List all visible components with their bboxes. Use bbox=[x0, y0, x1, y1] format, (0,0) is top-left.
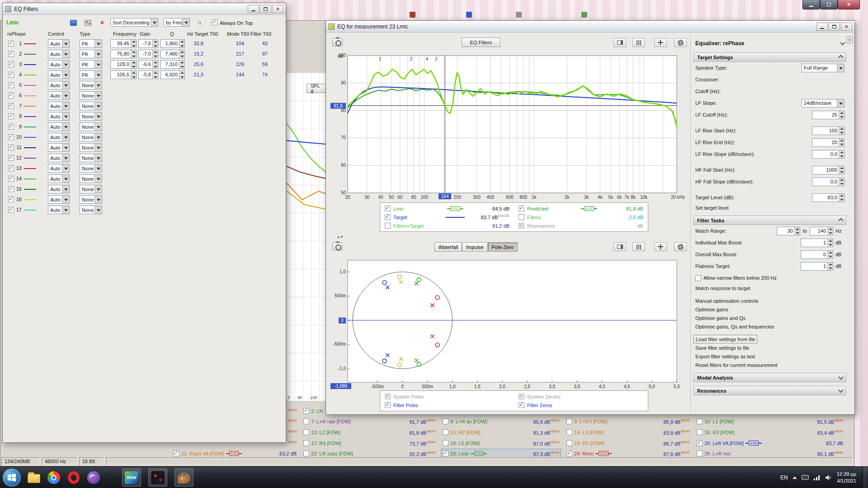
spinner-arrows[interactable] bbox=[152, 61, 158, 68]
keyboard-icon[interactable] bbox=[802, 475, 809, 480]
action-link[interactable]: Load filter settings from file bbox=[693, 335, 757, 343]
tray-expand-icon[interactable] bbox=[793, 476, 797, 479]
spinner-arrows[interactable] bbox=[839, 127, 844, 135]
measurement-checkbox[interactable] bbox=[697, 450, 703, 456]
spinner-arrows[interactable] bbox=[827, 251, 833, 258]
start-button[interactable] bbox=[3, 469, 21, 487]
type-dropdown[interactable]: PK bbox=[80, 60, 102, 69]
type-dropdown[interactable]: PK bbox=[80, 50, 102, 58]
measurement-checkbox[interactable] bbox=[566, 418, 572, 424]
close-button[interactable]: × bbox=[272, 5, 283, 13]
spin-up-icon[interactable] bbox=[153, 50, 158, 54]
tab-waterfall[interactable]: Waterfall bbox=[434, 242, 462, 252]
capture-graph-icon[interactable] bbox=[332, 242, 343, 251]
measurement-item[interactable]: 15: R3 [FDW]83,4 dBNEW bbox=[695, 428, 844, 436]
spinner-arrows[interactable] bbox=[131, 71, 136, 79]
taskbar-file-explorer[interactable] bbox=[24, 469, 43, 487]
taskbar-clock[interactable]: 12:39 μμ 4/1/2021 bbox=[837, 471, 856, 484]
spinner-arrows[interactable] bbox=[131, 40, 136, 47]
action-link[interactable]: Optimise gains and Qs bbox=[693, 314, 747, 322]
graph-pan-icon[interactable] bbox=[654, 38, 667, 47]
spin-down-icon[interactable] bbox=[839, 170, 844, 174]
toolbar-icon-fragment[interactable] bbox=[410, 12, 415, 18]
graph-settings-button[interactable] bbox=[674, 38, 687, 47]
measurement-checkbox[interactable] bbox=[303, 450, 309, 456]
sidebar-spinner[interactable]: 83,0 bbox=[812, 193, 844, 202]
sidebar-dropdown[interactable]: 24dB/octave bbox=[802, 99, 844, 108]
spinner-arrows[interactable] bbox=[839, 150, 844, 158]
filter-enable-checkbox[interactable] bbox=[8, 103, 14, 109]
close-button[interactable]: × bbox=[838, 0, 860, 9]
filter-enable-checkbox[interactable] bbox=[8, 124, 14, 130]
gain-spinner[interactable]: -6,6 bbox=[138, 60, 158, 69]
spinner-arrows[interactable] bbox=[839, 166, 844, 174]
sidebar-spinner[interactable]: 0 bbox=[801, 250, 833, 259]
control-dropdown[interactable]: Auto bbox=[48, 70, 70, 79]
gain-spinner[interactable]: -7,6 bbox=[138, 39, 158, 48]
sidebar-spinner[interactable]: 0,0 bbox=[812, 150, 844, 159]
spin-up-icon[interactable] bbox=[828, 263, 833, 267]
spin-up-icon[interactable] bbox=[131, 71, 136, 75]
spin-up-icon[interactable] bbox=[839, 127, 844, 131]
filter-enable-checkbox[interactable] bbox=[8, 155, 14, 161]
taskbar-purple-app[interactable] bbox=[84, 469, 103, 487]
maximize-button[interactable] bbox=[829, 23, 840, 31]
spinner-arrows[interactable] bbox=[152, 71, 158, 79]
sidebar-dropdown[interactable]: Full Range bbox=[802, 64, 844, 72]
spl-graph-fragment[interactable]: 0 90 100 bbox=[287, 73, 326, 401]
control-dropdown[interactable]: Auto bbox=[48, 143, 70, 152]
section-header-resonances[interactable]: Resonances bbox=[693, 386, 846, 395]
spin-up-icon[interactable] bbox=[839, 178, 844, 182]
spinner-arrows[interactable] bbox=[794, 227, 800, 235]
measurement-item[interactable]: 13: R2 [FDW]81,3 dBNEW bbox=[441, 428, 561, 436]
measurement-checkbox[interactable] bbox=[303, 429, 309, 435]
spin-down-icon[interactable] bbox=[839, 154, 844, 158]
q-spinner[interactable]: 6,920 bbox=[160, 70, 185, 79]
frequency-spinner[interactable]: 105,5 bbox=[110, 70, 137, 79]
frequency-spinner[interactable]: 128,0 bbox=[110, 60, 137, 69]
control-dropdown[interactable]: Auto bbox=[48, 81, 70, 89]
type-dropdown[interactable]: None bbox=[80, 122, 102, 131]
legend-checkbox[interactable] bbox=[385, 402, 391, 408]
type-dropdown[interactable]: None bbox=[80, 164, 102, 173]
measurement-item[interactable]: 14: L3 [FDW]83,8 dBNEW bbox=[565, 428, 691, 436]
spin-up-icon[interactable] bbox=[131, 40, 136, 44]
sidebar-spinner[interactable]: 0,0 bbox=[812, 178, 844, 186]
measurement-checkbox[interactable] bbox=[697, 440, 703, 446]
action-link[interactable]: Manual optimisation controls bbox=[693, 296, 760, 305]
measurement-item[interactable]: 17: R4 [FDW]73,7 dBNEW bbox=[302, 439, 437, 447]
measurement-checkbox[interactable] bbox=[443, 450, 448, 456]
type-dropdown[interactable]: None bbox=[80, 102, 102, 110]
spin-down-icon[interactable] bbox=[839, 115, 844, 119]
measurement-checkbox[interactable] bbox=[443, 440, 448, 446]
toolbar-icon-fragment[interactable] bbox=[516, 12, 522, 18]
filter-enable-checkbox[interactable] bbox=[8, 61, 14, 67]
gain-spinner[interactable]: -7,0 bbox=[138, 50, 158, 58]
control-dropdown[interactable]: Auto bbox=[48, 206, 70, 214]
spin-up-icon[interactable] bbox=[828, 239, 833, 243]
type-dropdown[interactable]: None bbox=[80, 91, 102, 100]
spinner-arrows[interactable] bbox=[827, 263, 833, 270]
language-indicator[interactable]: EN bbox=[780, 474, 788, 481]
maximize-button[interactable] bbox=[820, 0, 838, 9]
measurement-checkbox[interactable] bbox=[566, 450, 572, 456]
sidebar-title-row[interactable]: Equaliser: rePhase bbox=[693, 38, 846, 49]
action-link[interactable]: Optimise gains bbox=[693, 305, 730, 314]
measurement-item[interactable]: 20: Left VA [FDW]1/1283,7 dB bbox=[695, 439, 844, 447]
legend-checkbox[interactable] bbox=[519, 206, 524, 211]
measurement-item[interactable]: 12: L2 [FDW]81,8 dBNEW bbox=[302, 428, 437, 436]
spinner-arrows[interactable] bbox=[131, 50, 136, 58]
spinner-arrows[interactable] bbox=[827, 227, 833, 235]
network-icon[interactable] bbox=[813, 474, 821, 481]
control-dropdown[interactable]: Auto bbox=[48, 60, 70, 69]
filter-enable-checkbox[interactable] bbox=[8, 207, 14, 213]
minimize-button[interactable] bbox=[802, 0, 820, 9]
control-dropdown[interactable]: Auto bbox=[48, 112, 70, 121]
type-dropdown[interactable]: PK bbox=[80, 39, 102, 48]
filter-enable-checkbox[interactable] bbox=[8, 176, 14, 182]
control-dropdown[interactable]: Auto bbox=[48, 185, 70, 193]
filter-enable-checkbox[interactable] bbox=[8, 145, 14, 150]
measurement-checkbox[interactable] bbox=[303, 440, 309, 446]
sidebar-collapse-button[interactable]: » bbox=[846, 36, 853, 43]
type-dropdown[interactable]: None bbox=[80, 206, 102, 214]
